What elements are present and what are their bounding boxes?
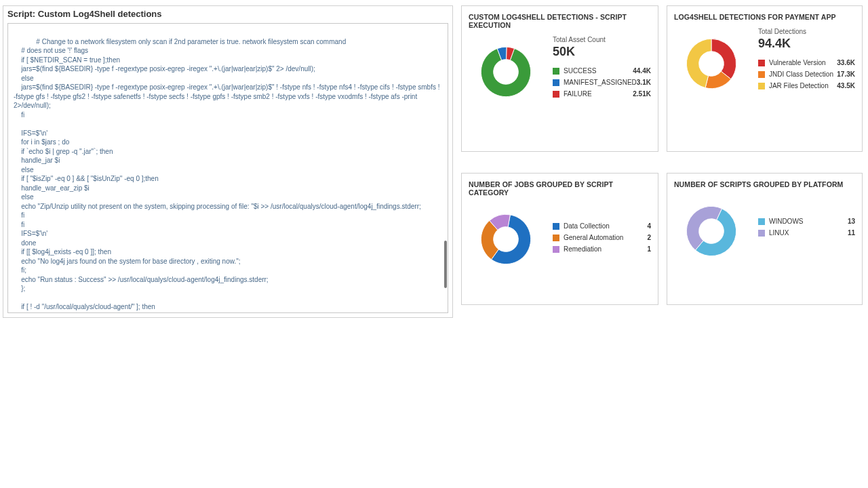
legend-row: JNDI Class Detection17.3K xyxy=(758,70,855,78)
legend-value: 3.1K xyxy=(637,79,651,86)
legend-row: General Automation2 xyxy=(553,234,651,241)
legend-left: Remediation xyxy=(553,245,601,253)
card-data: WINDOWS13LINUX11 xyxy=(758,194,855,241)
right-column: CUSTOM LOG4SHELL DETECTIONS - SCRIPT EXE… xyxy=(461,0,863,318)
dashboard-container: Script: Custom Log4Shell detections # Ch… xyxy=(0,0,868,318)
legend: Vulnerable Version33.6KJNDI Class Detect… xyxy=(758,59,855,89)
legend-value: 1 xyxy=(647,245,651,253)
legend-left: JAR Files Detection xyxy=(758,82,829,89)
card-body: Total Asset Count 50K SUCCESS44.4KMANIFE… xyxy=(469,35,651,109)
legend: WINDOWS13LINUX11 xyxy=(758,218,855,237)
legend-left: Data Collection xyxy=(553,222,610,230)
legend-left: WINDOWS xyxy=(758,218,804,225)
legend-value: 33.6K xyxy=(837,59,855,66)
legend-label: JAR Files Detection xyxy=(769,82,829,89)
card-scripts-by-platform: NUMBER OF SCRIPTS GROUPED BY PLATFORM WI… xyxy=(667,173,863,305)
legend-swatch xyxy=(553,91,559,98)
legend-swatch xyxy=(553,68,559,75)
legend-value: 43.5K xyxy=(837,82,855,89)
script-title: Script: Custom Log4Shell detections xyxy=(3,6,452,23)
legend-left: LINUX xyxy=(758,229,789,237)
legend-label: WINDOWS xyxy=(769,218,804,225)
legend-label: General Automation xyxy=(564,234,623,241)
card-title: LOG4SHELL DETECTIONS FOR PAYMENT APP xyxy=(674,13,855,21)
metric-value: 94.4K xyxy=(758,37,855,51)
legend-label: Vulnerable Version xyxy=(769,59,826,66)
metric-label: Total Asset Count xyxy=(553,36,651,43)
script-body[interactable]: # Change to a network filesystem only sc… xyxy=(7,23,448,313)
legend-value: 4 xyxy=(647,222,651,230)
legend-left: General Automation xyxy=(553,234,623,241)
legend-label: FAILURE xyxy=(564,90,592,98)
card-data: Total Detections 94.4K Vulnerable Versio… xyxy=(758,26,855,94)
legend-row: FAILURE2.51K xyxy=(553,90,651,98)
card-payment-app: LOG4SHELL DETECTIONS FOR PAYMENT APP Tot… xyxy=(667,5,863,152)
legend-swatch xyxy=(758,218,765,225)
legend-value: 2 xyxy=(647,234,651,241)
legend-swatch xyxy=(758,60,765,66)
legend-left: Vulnerable Version xyxy=(758,59,826,66)
legend-swatch xyxy=(553,246,559,253)
legend-row: Data Collection4 xyxy=(553,222,651,230)
legend-left: MANIFEST_ASSIGNED xyxy=(553,79,637,86)
legend-value: 2.51K xyxy=(633,90,651,98)
metric-label: Total Detections xyxy=(758,28,855,35)
donut-chart-1 xyxy=(469,35,543,109)
legend-row: Remediation1 xyxy=(553,245,651,253)
legend-swatch xyxy=(553,79,559,86)
legend-swatch xyxy=(553,223,559,230)
legend-row: JAR Files Detection43.5K xyxy=(758,82,855,89)
card-title: NUMBER OF JOBS GROUPED BY SCRIPT CATEGOR… xyxy=(469,180,651,197)
card-data: Total Asset Count 50K SUCCESS44.4KMANIFE… xyxy=(553,35,651,102)
legend-value: 11 xyxy=(848,229,855,237)
legend-label: Remediation xyxy=(564,245,601,253)
script-panel: Script: Custom Log4Shell detections # Ch… xyxy=(3,5,453,318)
donut-chart-3 xyxy=(469,202,543,277)
donut-chart-2 xyxy=(674,26,749,101)
card-title: CUSTOM LOG4SHELL DETECTIONS - SCRIPT EXE… xyxy=(469,13,651,29)
legend-label: SUCCESS xyxy=(564,67,596,75)
legend-row: WINDOWS13 xyxy=(758,218,855,225)
donut-chart-4 xyxy=(674,194,749,268)
card-title: NUMBER OF SCRIPTS GROUPED BY PLATFORM xyxy=(674,180,855,188)
legend-left: JNDI Class Detection xyxy=(758,70,833,78)
legend-value: 17.3K xyxy=(837,70,855,78)
legend-label: MANIFEST_ASSIGNED xyxy=(564,79,637,86)
legend-swatch xyxy=(758,71,765,78)
legend-label: Data Collection xyxy=(564,222,610,230)
card-body: Total Detections 94.4K Vulnerable Versio… xyxy=(674,26,855,101)
legend: Data Collection4General Automation2Remed… xyxy=(553,222,651,253)
card-jobs-by-category: NUMBER OF JOBS GROUPED BY SCRIPT CATEGOR… xyxy=(461,173,658,305)
legend-swatch xyxy=(758,230,765,237)
legend-value: 44.4K xyxy=(633,67,651,75)
legend-left: SUCCESS xyxy=(553,67,596,75)
legend-swatch xyxy=(758,83,765,89)
card-body: WINDOWS13LINUX11 xyxy=(674,194,855,268)
card-data: Data Collection4General Automation2Remed… xyxy=(553,202,651,257)
card-body: Data Collection4General Automation2Remed… xyxy=(469,202,651,277)
legend: SUCCESS44.4KMANIFEST_ASSIGNED3.1KFAILURE… xyxy=(553,67,651,98)
legend-row: Vulnerable Version33.6K xyxy=(758,59,855,66)
donut-slice[interactable] xyxy=(711,39,736,79)
legend-label: JNDI Class Detection xyxy=(769,70,833,78)
legend-value: 13 xyxy=(848,218,855,225)
left-column: Script: Custom Log4Shell detections # Ch… xyxy=(0,0,453,318)
legend-row: SUCCESS44.4K xyxy=(553,67,651,75)
legend-left: FAILURE xyxy=(553,90,592,98)
metric-value: 50K xyxy=(553,45,651,59)
legend-swatch xyxy=(553,235,559,241)
scrollbar-thumb[interactable] xyxy=(444,241,447,288)
legend-label: LINUX xyxy=(769,229,789,237)
legend-row: MANIFEST_ASSIGNED3.1K xyxy=(553,79,651,86)
script-text: # Change to a network filesystem only sc… xyxy=(14,38,441,314)
legend-row: LINUX11 xyxy=(758,229,855,237)
card-script-execution: CUSTOM LOG4SHELL DETECTIONS - SCRIPT EXE… xyxy=(461,5,658,152)
